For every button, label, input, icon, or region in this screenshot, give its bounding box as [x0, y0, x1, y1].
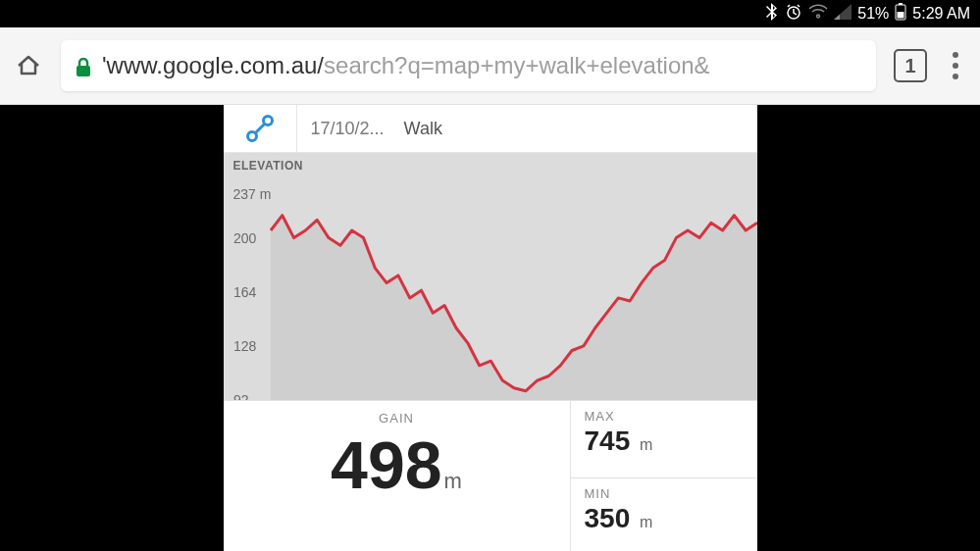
signal-icon	[834, 4, 851, 24]
page-content: 17/10/2... Walk ELEVATION 237 m 92128164…	[0, 105, 980, 551]
gain-label: GAIN	[379, 411, 414, 426]
elevation-chart[interactable]: ELEVATION 237 m 92128164200	[224, 153, 757, 400]
max-cell: MAX 745 m	[571, 401, 757, 478]
min-value: 350	[585, 503, 631, 533]
min-cell: MIN 350 m	[571, 478, 757, 552]
svg-text:128: 128	[233, 338, 257, 354]
gain-cell: GAIN 498m	[224, 401, 571, 551]
bluetooth-icon	[765, 3, 779, 25]
route-icon[interactable]	[224, 105, 297, 152]
battery-icon	[895, 3, 906, 25]
min-unit: m	[640, 514, 652, 530]
activity-type: Walk	[398, 119, 442, 139]
svg-text:200: 200	[233, 230, 257, 246]
clock-time: 5:29 AM	[912, 5, 970, 23]
wifi-icon	[808, 4, 828, 24]
svg-text:92: 92	[233, 392, 249, 400]
svg-text:164: 164	[233, 284, 257, 300]
lock-icon	[75, 56, 92, 75]
card-header: 17/10/2... Walk	[224, 105, 757, 153]
gain-unit: m	[444, 469, 462, 493]
home-icon[interactable]	[14, 51, 43, 80]
max-label: MAX	[585, 409, 744, 424]
gain-value: 498	[331, 427, 441, 502]
max-value: 745	[585, 426, 631, 456]
status-bar: 51% 5:29 AM	[0, 0, 980, 27]
max-unit: m	[640, 436, 652, 453]
url-text: 'www.google.com.au/search?q=map+my+walk+…	[102, 52, 710, 79]
svg-rect-2	[899, 3, 903, 5]
min-label: MIN	[585, 486, 744, 501]
overflow-menu-icon[interactable]	[945, 52, 966, 79]
side-stats: MAX 745 m MIN 350 m	[571, 401, 757, 551]
activity-date: 17/10/2...	[297, 119, 398, 139]
battery-pct: 51%	[857, 5, 889, 23]
chart-svg: 92128164200	[224, 153, 757, 400]
tabs-button[interactable]: 1	[894, 49, 927, 82]
elevation-card: 17/10/2... Walk ELEVATION 237 m 92128164…	[224, 105, 757, 551]
svg-rect-3	[898, 12, 904, 19]
alarm-icon	[785, 3, 802, 25]
tab-count: 1	[904, 55, 915, 77]
gain-value-row: 498m	[331, 426, 462, 506]
url-field[interactable]: 'www.google.com.au/search?q=map+my+walk+…	[61, 40, 876, 91]
svg-line-7	[255, 124, 265, 133]
stats-row: GAIN 498m MAX 745 m MIN 350 m	[224, 400, 757, 551]
svg-rect-4	[77, 66, 90, 76]
browser-url-bar: 'www.google.com.au/search?q=map+my+walk+…	[0, 27, 980, 105]
